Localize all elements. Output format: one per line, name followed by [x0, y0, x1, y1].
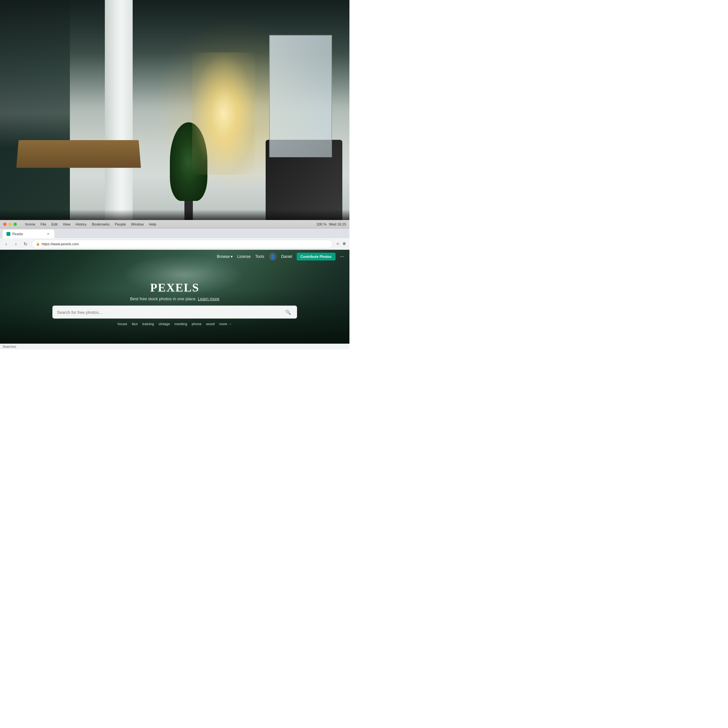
status-bar: Searches	[0, 344, 349, 349]
learn-more-link[interactable]: Learn more	[198, 297, 219, 301]
menu-bookmarks[interactable]: Bookmarks	[92, 222, 110, 226]
address-bar: ‹ › ↻ 🔒 https://www.pexels.com ☆ ⚙	[0, 238, 349, 250]
browse-label: Browse	[217, 254, 230, 259]
close-window-button[interactable]	[3, 223, 6, 226]
bg-window-right	[269, 35, 332, 157]
pexels-website: Browse ▾ License Tools 👤 Daniel Contribu…	[0, 250, 349, 349]
secure-icon: 🔒	[36, 242, 40, 246]
suggestion-meeting[interactable]: meeting	[174, 322, 187, 326]
suggestion-vintage[interactable]: vintage	[159, 322, 170, 326]
menu-people[interactable]: People	[115, 222, 126, 226]
active-tab[interactable]: Pexels ✕	[3, 230, 54, 238]
nav-browse[interactable]: Browse ▾	[217, 254, 232, 259]
search-bar[interactable]: 🔍	[52, 306, 297, 319]
contribute-photos-button[interactable]: Contribute Photos	[297, 253, 335, 260]
search-icon[interactable]: 🔍	[283, 308, 292, 317]
nav-tools[interactable]: Tools	[255, 254, 265, 259]
titlebar: hrome File Edit View History Bookmarks P…	[0, 220, 349, 228]
reload-button[interactable]: ↻	[22, 240, 29, 248]
menu-chrome[interactable]: hrome	[25, 222, 35, 226]
hero-content: PEXELS Best free stock photos in one pla…	[52, 281, 297, 326]
clock: Wed 16:15	[329, 222, 346, 226]
menu-edit[interactable]: Edit	[52, 222, 58, 226]
search-suggestions: house blur training vintage meeting phon…	[52, 322, 297, 326]
menu-help[interactable]: Help	[149, 222, 156, 226]
pexels-logo: PEXELS	[52, 281, 297, 294]
bg-column	[105, 0, 133, 227]
menu-bar: hrome File Edit View History Bookmarks P…	[25, 222, 156, 226]
pexels-tagline: Best free stock photos in one place. Lea…	[52, 297, 297, 301]
suggestion-phone[interactable]: phone	[192, 322, 202, 326]
forward-button[interactable]: ›	[12, 240, 20, 248]
maximize-window-button[interactable]	[14, 223, 17, 226]
pexels-navbar: Browse ▾ License Tools 👤 Daniel Contribu…	[0, 250, 349, 263]
tab-bar: Pexels ✕	[0, 228, 349, 238]
bg-window-glow	[192, 52, 255, 175]
bg-desk	[16, 140, 141, 168]
tab-label: Pexels	[12, 232, 23, 236]
menu-window[interactable]: Window	[131, 222, 144, 226]
more-options-button[interactable]: ···	[340, 254, 344, 260]
nav-license[interactable]: License	[237, 254, 251, 259]
titlebar-right-info: 100 % Wed 16:15	[317, 222, 346, 226]
browse-chevron-icon: ▾	[231, 254, 232, 259]
suggestion-blur[interactable]: blur	[132, 322, 138, 326]
bookmark-icon[interactable]: ☆	[335, 242, 340, 246]
search-input[interactable]	[57, 310, 281, 315]
user-name: Daniel	[281, 254, 292, 259]
url-text: https://www.pexels.com	[42, 242, 79, 246]
suggestion-house[interactable]: house	[118, 322, 127, 326]
minimize-window-button[interactable]	[8, 223, 12, 226]
menu-history[interactable]: History	[76, 222, 87, 226]
url-bar[interactable]: 🔒 https://www.pexels.com	[32, 240, 333, 248]
browser-window: hrome File Edit View History Bookmarks P…	[0, 220, 349, 349]
suggestion-training[interactable]: training	[142, 322, 154, 326]
back-button[interactable]: ‹	[3, 240, 10, 248]
monitor-screen: hrome File Edit View History Bookmarks P…	[0, 220, 349, 349]
extensions-icon[interactable]: ⚙	[342, 242, 347, 246]
nav-links: Browse ▾ License Tools 👤 Daniel Contribu…	[217, 253, 344, 260]
tagline-text: Best free stock photos in one place.	[130, 297, 197, 301]
menu-file[interactable]: File	[40, 222, 46, 226]
tab-favicon	[6, 232, 10, 236]
menu-view[interactable]: View	[63, 222, 70, 226]
user-avatar[interactable]: 👤	[269, 253, 277, 260]
tab-close-button[interactable]: ✕	[46, 232, 50, 236]
status-text: Searches	[3, 345, 16, 349]
suggestion-more[interactable]: more →	[219, 322, 232, 326]
toolbar-icons: ☆ ⚙	[335, 242, 347, 246]
suggestion-wood[interactable]: wood	[206, 322, 214, 326]
zoom-level: 100 %	[317, 222, 326, 226]
